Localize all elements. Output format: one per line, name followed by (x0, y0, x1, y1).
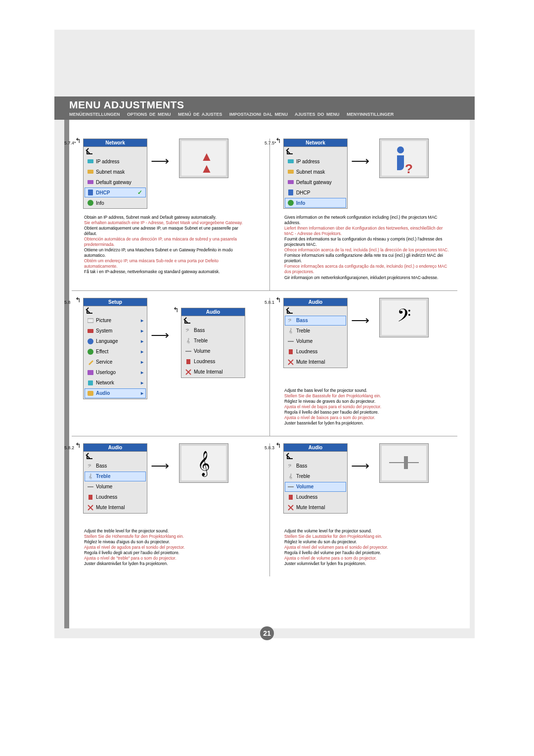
ip-icon (87, 158, 94, 165)
back-icon (183, 318, 190, 324)
subnet-icon (287, 168, 294, 175)
page-subtitle: MENÜEINSTELLUNGEN OPTIONS DE MENU MENÚ D… (69, 112, 460, 117)
volume-icon (185, 348, 192, 355)
menu-title: Setup (84, 298, 147, 306)
svg-rect-7 (288, 180, 294, 184)
dhcp-icon (87, 189, 94, 196)
svg-rect-6 (288, 170, 294, 174)
treble-icon: 𝄞 (287, 473, 294, 480)
mute-icon (287, 359, 294, 366)
setup-menu: Setup Picture▸ System▸ Language▸ Effect▸… (83, 298, 147, 399)
subnet-icon (87, 168, 94, 175)
dhcp-icon (287, 189, 294, 196)
svg-point-4 (88, 200, 93, 206)
svg-rect-11 (88, 329, 93, 333)
loudness-icon (287, 494, 294, 501)
svg-rect-27 (88, 486, 93, 487)
sec-num-582: 5.8.2 (64, 445, 74, 450)
illust-up-arrows: ▲▲ (179, 139, 228, 178)
sub-it: IMPOSTAZIONI DAL MENU (229, 112, 288, 117)
loudness-icon (87, 494, 94, 501)
loudness-icon (185, 358, 192, 365)
volume-icon (287, 338, 294, 345)
userlogo-icon (87, 369, 94, 376)
svg-rect-23 (288, 341, 294, 342)
picture-icon (87, 317, 94, 324)
volume-icon (87, 483, 94, 490)
volume-icon (287, 483, 294, 490)
menu-title: Audio (181, 308, 245, 316)
illust-volume-slider (379, 443, 429, 483)
sub-de: MENÜEINSTELLUNGEN (69, 112, 120, 117)
desc-582: Adjust the treble level for the projecto… (84, 528, 252, 567)
svg-rect-0 (88, 159, 93, 163)
sub-es: MENÚ DE AJUSTES (178, 112, 222, 117)
system-icon (87, 328, 94, 334)
network-menu-574: Network IP address Subnet mask Default g… (83, 139, 147, 209)
svg-rect-32 (289, 495, 293, 500)
svg-point-13 (88, 349, 93, 355)
audio-menu-582: Audio 𝄢Bass 𝄞Treble Volume Loudness Mute… (83, 443, 147, 514)
back-icon (286, 308, 293, 314)
bass-icon: 𝄢 (185, 327, 192, 334)
page-title: MENU ADJUSTMENTS (69, 99, 460, 111)
sec-num-574: 5.7.4* (64, 141, 76, 145)
mute-icon (287, 504, 294, 511)
svg-text:𝄞: 𝄞 (289, 473, 292, 479)
desc-575: Gives information on the network configu… (284, 215, 452, 281)
language-icon (87, 338, 94, 345)
audio-menu-581: Audio 𝄢Bass 𝄞Treble Volume Loudness Mute… (283, 298, 348, 368)
corner-tab-icon: ↰ (75, 137, 81, 144)
svg-point-9 (288, 200, 294, 206)
svg-text:𝄢: 𝄢 (88, 463, 91, 469)
check-icon: ✓ (137, 189, 142, 196)
corner-tab-icon: ↰ (275, 137, 281, 144)
svg-text:𝄢: 𝄢 (288, 318, 292, 324)
page-header: MENU ADJUSTMENTS MENÜEINSTELLUNGEN OPTIO… (54, 96, 475, 120)
effect-icon (87, 348, 94, 355)
corner-tab-icon: ↰ (75, 296, 81, 304)
gateway-icon (287, 179, 294, 186)
flow-arrow-icon: ⟶ (348, 458, 372, 473)
menu-title: Audio (284, 298, 347, 306)
loudness-icon (287, 348, 294, 355)
back-icon (86, 308, 92, 314)
sub-fr: OPTIONS DE MENU (127, 112, 171, 117)
treble-icon: 𝄞 (287, 328, 294, 334)
svg-rect-1 (88, 170, 93, 174)
svg-rect-20 (186, 359, 190, 364)
flow-arrow-icon: ⟶ (147, 153, 172, 169)
audio-icon (87, 390, 94, 397)
svg-text:𝄞: 𝄞 (89, 473, 92, 479)
audio-submenu: Audio 𝄢Bass 𝄞Treble Volume Loudness Mute… (181, 308, 245, 378)
sec-num-58: 5.8 (64, 300, 71, 305)
bass-icon: 𝄢 (287, 317, 294, 324)
illust-treble-clef: 𝄞 (179, 443, 228, 483)
svg-rect-14 (88, 370, 93, 375)
svg-point-12 (88, 338, 93, 344)
svg-rect-15 (88, 380, 93, 385)
desc-583: Adjust the volume level for the projecto… (284, 528, 452, 567)
menu-title: Audio (284, 444, 347, 452)
service-icon (87, 359, 94, 366)
svg-rect-5 (288, 159, 294, 163)
svg-rect-10 (88, 319, 93, 323)
corner-tab-icon: ↰ (75, 441, 81, 449)
svg-rect-24 (289, 349, 293, 354)
network-icon (87, 379, 94, 386)
corner-tab-icon: ↰ (275, 441, 281, 449)
svg-text:𝄞: 𝄞 (186, 338, 190, 344)
svg-text:𝄞: 𝄞 (289, 328, 292, 334)
svg-rect-28 (89, 495, 92, 500)
treble-icon: 𝄞 (185, 337, 192, 344)
corner-tab-icon: ↰ (173, 306, 179, 314)
ip-icon (287, 158, 294, 165)
svg-rect-16 (88, 391, 93, 396)
back-icon (86, 148, 92, 154)
info-icon-small (87, 199, 94, 206)
svg-rect-8 (288, 189, 293, 195)
network-menu-575: Network IP address Subnet mask Default g… (283, 139, 348, 209)
sub-pt: AJUSTES DO MENU (295, 112, 340, 117)
svg-text:𝄢: 𝄢 (185, 328, 189, 333)
flow-arrow-icon: ⟶ (348, 313, 372, 328)
